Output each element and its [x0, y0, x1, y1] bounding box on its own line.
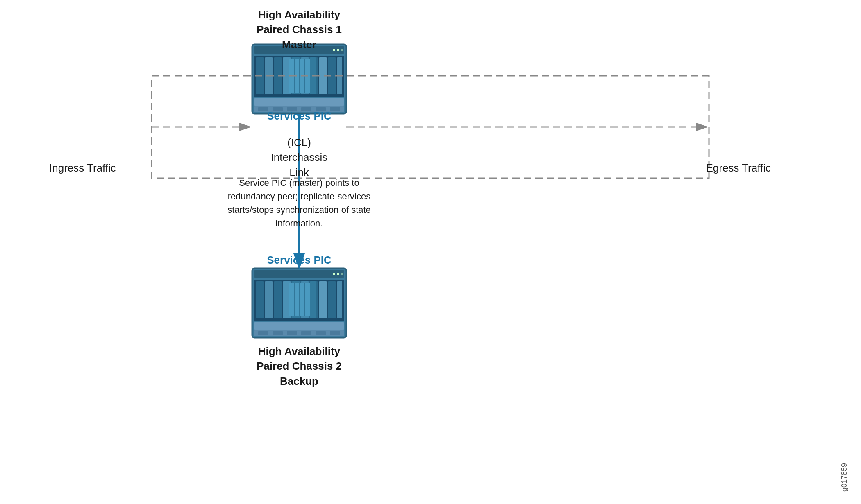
svg-point-32 — [337, 273, 339, 275]
services-pic-top-label: Services PIC — [238, 110, 361, 122]
svg-rect-10 — [292, 57, 300, 94]
chassis1-line1: High Availability — [258, 9, 340, 21]
svg-rect-36 — [265, 281, 273, 318]
svg-rect-35 — [256, 281, 264, 318]
chassis2-line3: Backup — [280, 375, 318, 387]
chassis1-line2: Paired Chassis 1 — [257, 23, 342, 36]
svg-rect-51 — [254, 330, 344, 336]
svg-rect-12 — [310, 57, 318, 94]
egress-label: Egress Traffic — [706, 162, 771, 174]
svg-rect-56 — [316, 331, 326, 335]
svg-rect-42 — [319, 281, 327, 318]
diagram-svg — [0, 0, 861, 504]
svg-rect-0 — [252, 44, 346, 114]
svg-rect-11 — [301, 57, 309, 94]
svg-rect-39 — [292, 281, 300, 318]
icl-label: (ICL) Interchassis Link — [238, 135, 361, 180]
svg-rect-53 — [273, 331, 283, 335]
svg-rect-7 — [265, 57, 273, 94]
svg-rect-54 — [287, 331, 297, 335]
svg-rect-45 — [283, 281, 316, 318]
svg-rect-44 — [337, 281, 342, 318]
svg-rect-30 — [254, 270, 344, 278]
chassis2-icon — [252, 268, 346, 338]
svg-rect-14 — [328, 57, 336, 94]
svg-rect-38 — [283, 281, 291, 318]
svg-rect-13 — [319, 57, 327, 94]
svg-rect-43 — [328, 281, 336, 318]
svg-point-33 — [341, 273, 343, 275]
svg-rect-52 — [258, 331, 268, 335]
svg-rect-40 — [301, 281, 309, 318]
chassis2-line2: Paired Chassis 2 — [257, 360, 342, 372]
figure-id: g017859 — [840, 463, 849, 492]
icl-line1: (ICL) — [287, 136, 311, 149]
chassis2-line1: High Availability — [258, 345, 340, 357]
svg-rect-41 — [310, 281, 318, 318]
chassis1-line3: Master — [282, 38, 316, 51]
diagram-container: High Availability Paired Chassis 1 Maste… — [0, 0, 861, 504]
svg-rect-46 — [289, 283, 310, 316]
ingress-label: Ingress Traffic — [49, 162, 116, 174]
svg-rect-37 — [274, 281, 282, 318]
svg-rect-5 — [254, 56, 344, 97]
svg-rect-55 — [301, 331, 311, 335]
svg-rect-57 — [330, 331, 340, 335]
chassis1-label: High Availability Paired Chassis 1 Maste… — [238, 7, 361, 52]
chassis2-label: High Availability Paired Chassis 2 Backu… — [238, 344, 361, 389]
icl-line2: Interchassis — [271, 151, 328, 163]
svg-rect-15 — [337, 57, 342, 94]
svg-rect-17 — [289, 59, 310, 93]
svg-rect-50 — [254, 322, 344, 330]
icl-description: Service PIC (master) points to redundanc… — [221, 176, 377, 230]
services-pic-bottom-label: Services PIC — [238, 254, 361, 267]
chassis1-icon — [252, 44, 346, 114]
svg-rect-6 — [256, 57, 264, 94]
svg-rect-34 — [254, 280, 344, 321]
svg-rect-58 — [152, 76, 709, 178]
svg-rect-21 — [254, 98, 344, 106]
svg-point-31 — [333, 273, 335, 275]
svg-rect-16 — [283, 57, 316, 94]
svg-rect-29 — [252, 268, 346, 338]
svg-rect-8 — [274, 57, 282, 94]
svg-rect-9 — [283, 57, 291, 94]
